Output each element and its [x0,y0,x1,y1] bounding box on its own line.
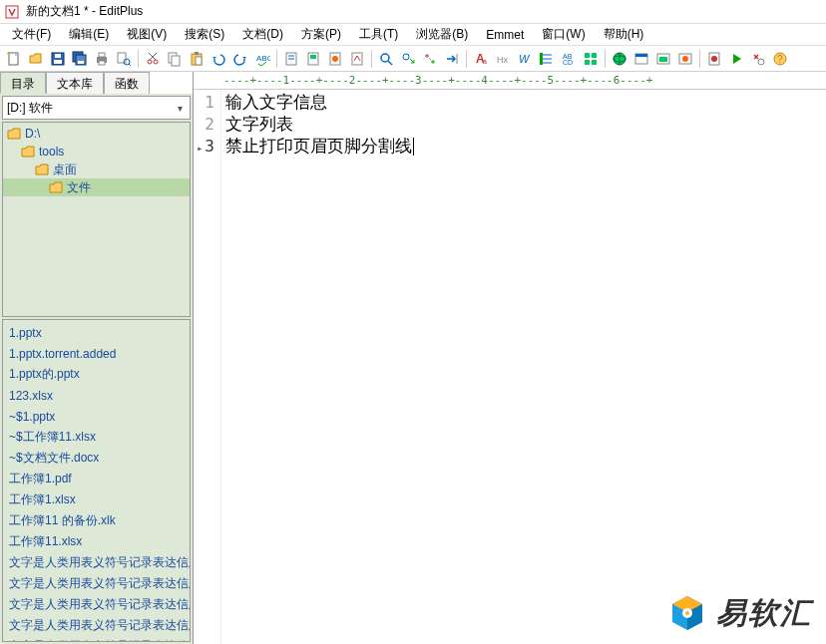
text-content[interactable]: 输入文字信息文字列表禁止打印页眉页脚分割线 [221,90,826,644]
menu-item-4[interactable]: 文档(D) [234,24,291,45]
svg-text:CD: CD [563,59,573,66]
cut-button[interactable] [143,49,163,69]
menu-item-2[interactable]: 视图(V) [119,24,175,45]
line-num-button[interactable] [537,49,557,69]
browser-button[interactable] [610,49,629,69]
grid-b-button[interactable] [581,49,601,69]
file-item[interactable]: 1.pptx [3,322,190,343]
editor-line[interactable]: 文字列表 [225,114,822,136]
help-button[interactable]: ? [770,49,790,69]
editor-line[interactable]: 输入文字信息 [225,92,822,114]
folder-icon [21,146,35,158]
tree-item-1[interactable]: tools [3,143,190,161]
tree-item-label: tools [39,145,64,159]
svg-rect-54 [635,54,647,57]
file-item[interactable]: 工作簿1.xlsx [3,489,190,510]
copy-button[interactable] [165,49,185,69]
svg-point-14 [148,60,152,64]
file-item[interactable]: 123.xlsx [3,385,190,406]
svg-point-32 [381,54,389,62]
chevron-down-icon[interactable]: ▾ [175,103,186,114]
find-button[interactable] [376,49,396,69]
tool-b-button[interactable] [653,49,673,69]
folder-icon [7,128,21,140]
editor-line[interactable]: 禁止打印页眉页脚分割线 [225,136,822,158]
menu-item-8[interactable]: Emmet [478,26,532,44]
font-bold-button[interactable]: Aa [471,49,491,69]
file-item[interactable]: 文字是人类用表义符号记录表达信息 [3,552,190,573]
sidebar-tab-1[interactable]: 文本库 [46,72,104,94]
file-item[interactable]: ~$工作簿11.xlsx [3,427,190,448]
save-button[interactable] [48,49,68,69]
open-button[interactable] [26,49,46,69]
grid-a-button[interactable]: ABCD [559,49,579,69]
toolbar-separator [371,50,372,68]
svg-rect-31 [352,53,362,65]
save-all-button[interactable] [70,49,90,69]
drive-selector[interactable]: [D:] 软件 ▾ [2,96,191,120]
tool-c-button[interactable] [675,49,695,69]
print-preview-button[interactable] [114,49,134,69]
spellcheck-button[interactable]: ABC [252,49,272,69]
toolbar-separator [466,50,467,68]
file-item[interactable]: ~$文档文件.docx [3,448,190,469]
doc-b-button[interactable] [303,49,323,69]
svg-rect-47 [592,53,597,58]
tree-item-label: D:\ [25,127,40,141]
menu-item-10[interactable]: 帮助(H) [596,24,652,45]
svg-text:?: ? [777,54,783,65]
doc-d-button[interactable] [347,49,367,69]
menu-item-3[interactable]: 搜索(S) [177,24,232,45]
line-number: 2 [194,114,214,136]
file-item[interactable]: 文字是人类用表义符号记录表达信息 [3,636,190,642]
menu-item-7[interactable]: 浏览器(B) [408,24,476,45]
doc-c-button[interactable] [325,49,345,69]
svg-rect-21 [195,52,199,55]
menu-item-6[interactable]: 工具(T) [351,24,406,45]
print-button[interactable] [92,49,112,69]
redo-button[interactable] [230,49,250,69]
paste-button[interactable] [187,49,206,69]
toolbar-separator [605,50,606,68]
file-item[interactable]: 1.pptx的.pptx [3,364,190,385]
file-item[interactable]: 工作簿1.pdf [3,469,190,489]
new-file-button[interactable] [4,49,24,69]
menu-item-1[interactable]: 编辑(E) [61,24,117,45]
tree-item-0[interactable]: D:\ [3,125,190,143]
svg-rect-46 [585,53,590,58]
line-gutter: 12▸3 [194,90,221,644]
doc-a-button[interactable] [281,49,301,69]
file-item[interactable]: 工作簿11 的备份.xlk [3,510,190,531]
sidebar-tab-0[interactable]: 目录 [0,72,46,94]
svg-rect-48 [585,60,590,65]
stop-button[interactable] [748,49,768,69]
find-next-button[interactable] [398,49,418,69]
menu-item-9[interactable]: 窗口(W) [534,24,593,45]
folder-icon [35,163,49,175]
record-button[interactable] [704,49,724,69]
file-item[interactable]: ~$1.pptx [3,406,190,427]
undo-button[interactable] [208,49,228,69]
file-item[interactable]: 文字是人类用表义符号记录表达信息 [3,615,190,636]
menu-item-0[interactable]: 文件(F) [4,24,59,45]
file-item[interactable]: 工作簿11.xlsx [3,531,190,552]
editor-body[interactable]: 12▸3 输入文字信息文字列表禁止打印页眉页脚分割线 [194,90,826,644]
svg-rect-11 [118,53,126,63]
sidebar-tab-2[interactable]: 函数 [104,72,150,94]
sidebar: 目录文本库函数 [D:] 软件 ▾ D:\tools桌面文件 1.pptx1.p… [0,72,194,644]
tree-item-3[interactable]: 文件 [3,178,190,196]
file-item[interactable]: 文字是人类用表义符号记录表达信息 [3,594,190,615]
word-wrap-button[interactable]: W [515,49,535,69]
hex-button[interactable]: Hx [493,49,513,69]
goto-button[interactable] [442,49,462,69]
file-item[interactable]: 1.pptx.torrent.added [3,343,190,364]
tree-item-2[interactable]: 桌面 [3,161,190,178]
tool-a-button[interactable] [631,49,651,69]
replace-button[interactable] [420,49,440,69]
svg-point-15 [154,60,158,64]
menu-item-5[interactable]: 方案(P) [293,24,349,45]
drive-label: [D:] 软件 [7,100,175,117]
toolbar-separator [276,50,277,68]
play-button[interactable] [726,49,746,69]
file-item[interactable]: 文字是人类用表义符号记录表达信息 [3,573,190,594]
